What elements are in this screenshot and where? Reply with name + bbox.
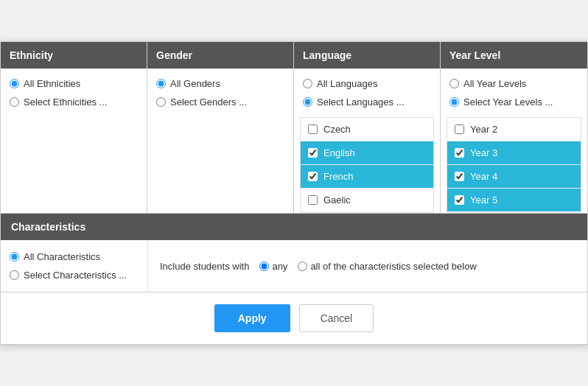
year3-checkbox[interactable] <box>455 148 464 158</box>
filter-dialog: Ethnicity All Ethnicities Select Ethnici… <box>0 41 588 345</box>
ethnicity-header: Ethnicity <box>1 42 147 69</box>
year4-label: Year 4 <box>470 171 497 182</box>
apply-button[interactable]: Apply <box>214 304 290 332</box>
select-genders-option[interactable]: Select Genders ... <box>156 93 284 111</box>
year2-label: Year 2 <box>470 124 497 135</box>
language-header: Language <box>294 42 440 69</box>
french-label: French <box>323 171 353 182</box>
select-characteristics-label: Select Characteristics ... <box>24 270 127 281</box>
all-yearlevels-option[interactable]: All Year Levels <box>449 74 578 93</box>
all-languages-radio[interactable] <box>303 79 312 88</box>
english-label: English <box>323 147 355 158</box>
all-ethnicities-label: All Ethnicities <box>24 78 80 89</box>
all-yearlevels-label: All Year Levels <box>463 78 526 89</box>
list-item[interactable]: French <box>301 165 433 189</box>
select-genders-label: Select Genders ... <box>170 96 247 108</box>
select-ethnicities-label: Select Ethnicities ... <box>24 96 107 108</box>
footer: Apply Cancel <box>1 292 587 344</box>
list-item[interactable]: Year 4 <box>447 165 581 189</box>
select-languages-label: Select Languages ... <box>317 96 405 108</box>
all-radio[interactable] <box>298 262 307 271</box>
characteristics-header: Characteristics <box>1 214 587 240</box>
year3-label: Year 3 <box>470 147 497 158</box>
all-genders-option[interactable]: All Genders <box>156 74 284 93</box>
list-item[interactable]: Year 5 <box>447 189 581 211</box>
yearlevel-list: Year 2 Year 3 Year 4 Year 5 <box>447 117 581 213</box>
all-characteristics-option[interactable]: All Characteristics <box>10 248 139 266</box>
language-options: All Languages Select Languages ... <box>294 69 440 117</box>
all-option[interactable]: all of the characteristics selected belo… <box>298 261 476 272</box>
ethnicity-column: Ethnicity All Ethnicities Select Ethnici… <box>1 42 147 213</box>
language-list: Czech English French Gaelic <box>300 117 434 213</box>
select-characteristics-option[interactable]: Select Characteristics ... <box>10 266 139 284</box>
list-item[interactable]: Year 3 <box>447 141 581 165</box>
czech-label: Czech <box>323 124 351 135</box>
all-label: all of the characteristics selected belo… <box>310 261 476 272</box>
year2-checkbox[interactable] <box>455 124 464 134</box>
year4-checkbox[interactable] <box>455 172 464 181</box>
include-label: Include students with <box>160 261 249 272</box>
all-characteristics-label: All Characteristics <box>24 251 100 262</box>
all-yearlevels-radio[interactable] <box>449 79 459 88</box>
cancel-button[interactable]: Cancel <box>299 304 374 332</box>
select-ethnicities-radio[interactable] <box>10 97 19 107</box>
ethnicity-options: All Ethnicities Select Ethnicities ... <box>1 69 147 117</box>
year5-checkbox[interactable] <box>455 195 464 205</box>
include-radio-group: any all of the characteristics selected … <box>259 261 476 272</box>
filter-grid: Ethnicity All Ethnicities Select Ethnici… <box>1 42 587 214</box>
gaelic-checkbox[interactable] <box>308 195 318 205</box>
select-characteristics-radio[interactable] <box>10 270 19 280</box>
gender-column: Gender All Genders Select Genders ... <box>147 42 294 213</box>
czech-checkbox[interactable] <box>308 124 318 134</box>
characteristics-body: All Characteristics Select Characteristi… <box>1 240 587 292</box>
all-ethnicities-radio[interactable] <box>10 79 19 88</box>
all-languages-label: All Languages <box>317 78 377 89</box>
gender-options: All Genders Select Genders ... <box>147 69 293 117</box>
gaelic-label: Gaelic <box>323 194 351 206</box>
select-ethnicities-option[interactable]: Select Ethnicities ... <box>10 93 138 111</box>
char-right: Include students with any all of the cha… <box>148 240 587 292</box>
all-ethnicities-option[interactable]: All Ethnicities <box>10 74 138 93</box>
all-languages-option[interactable]: All Languages <box>303 74 431 93</box>
select-yearlevels-option[interactable]: Select Year Levels ... <box>449 93 578 111</box>
language-column: Language All Languages Select Languages … <box>294 42 441 213</box>
any-option[interactable]: any <box>259 261 287 272</box>
year5-label: Year 5 <box>470 194 497 206</box>
list-item[interactable]: English <box>301 141 433 165</box>
yearlevel-options: All Year Levels Select Year Levels ... <box>441 69 587 117</box>
list-item[interactable]: Year 2 <box>447 118 581 141</box>
select-yearlevels-radio[interactable] <box>449 97 459 107</box>
any-radio[interactable] <box>259 262 269 271</box>
select-languages-radio[interactable] <box>303 97 312 107</box>
any-label: any <box>272 261 287 272</box>
french-checkbox[interactable] <box>308 172 318 181</box>
select-yearlevels-label: Select Year Levels ... <box>463 96 553 108</box>
all-genders-radio[interactable] <box>156 79 166 88</box>
yearlevel-header: Year Level <box>441 42 587 69</box>
gender-header: Gender <box>147 42 293 69</box>
select-languages-option[interactable]: Select Languages ... <box>303 93 431 111</box>
characteristics-section: Characteristics All Characteristics Sele… <box>1 214 587 292</box>
list-item[interactable]: Gaelic <box>301 189 433 211</box>
select-genders-radio[interactable] <box>156 97 166 107</box>
all-characteristics-radio[interactable] <box>10 252 19 262</box>
list-item[interactable]: Czech <box>301 118 433 141</box>
all-genders-label: All Genders <box>170 78 220 89</box>
english-checkbox[interactable] <box>308 148 318 158</box>
yearlevel-column: Year Level All Year Levels Select Year L… <box>441 42 587 213</box>
char-left: All Characteristics Select Characteristi… <box>1 240 148 292</box>
